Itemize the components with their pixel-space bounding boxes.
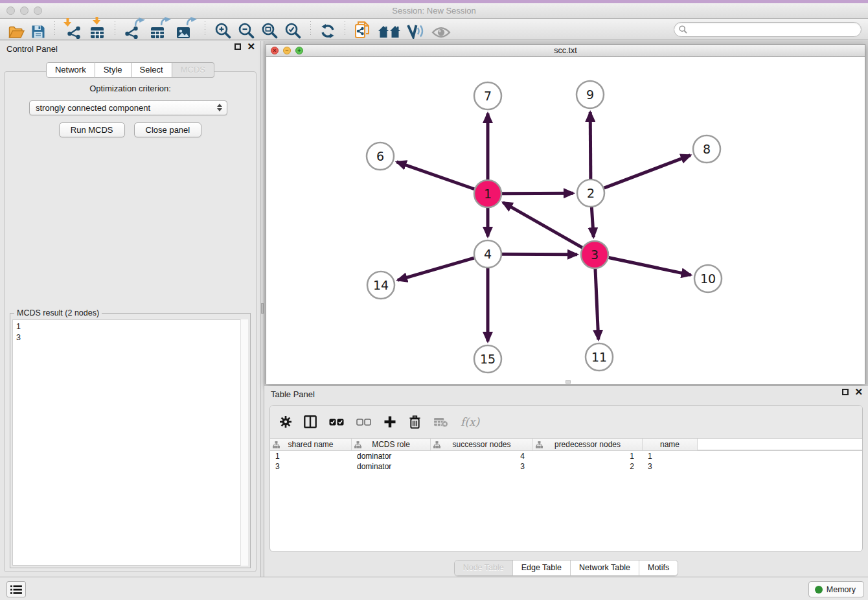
window-controls[interactable] — [6, 6, 42, 15]
float-panel-icon[interactable] — [234, 43, 241, 50]
column-header-name[interactable]: name — [643, 439, 698, 450]
function-builder-icon[interactable]: f(x) — [461, 415, 479, 428]
node-8[interactable]: 8 — [693, 135, 720, 163]
edge-1-2[interactable] — [502, 193, 573, 194]
node-1[interactable]: 1 — [474, 180, 501, 207]
hide-details-eye-icon[interactable] — [431, 19, 451, 39]
cell-successor-nodes[interactable]: 4 — [431, 451, 533, 461]
column-header-MCDS-role[interactable]: MCDS role — [352, 439, 431, 450]
result-scrollbar[interactable] — [240, 319, 248, 566]
node-3[interactable]: 3 — [581, 241, 608, 268]
tab-mcds[interactable]: MCDS — [172, 62, 214, 78]
select-stepper-icon — [217, 104, 222, 111]
delete-table-icon[interactable] — [433, 417, 448, 428]
tab-select[interactable]: Select — [131, 62, 172, 78]
node-15[interactable]: 15 — [474, 345, 501, 373]
graphics-details-icon[interactable] — [407, 19, 425, 39]
zoom-out-icon[interactable] — [238, 19, 255, 39]
search-input[interactable] — [690, 24, 861, 36]
table-row-1[interactable]: 1dominator411 — [270, 451, 862, 461]
mcds-result-title: MCDS result (2 nodes) — [14, 308, 102, 317]
add-column-icon[interactable] — [383, 415, 396, 428]
tab-network[interactable]: Network — [46, 62, 95, 78]
zoom-in-icon[interactable] — [214, 19, 231, 39]
zoom-window-button[interactable] — [34, 6, 42, 15]
node-6[interactable]: 6 — [367, 143, 394, 170]
open-session-icon[interactable] — [8, 19, 25, 39]
delete-column-icon[interactable] — [409, 415, 421, 429]
memory-button[interactable]: Memory — [808, 581, 864, 597]
criterion-select[interactable]: strongly connected component — [29, 100, 227, 115]
float-table-panel-icon[interactable] — [842, 389, 849, 395]
cell-shared-name[interactable]: 3 — [270, 461, 352, 472]
import-table-icon[interactable] — [89, 19, 106, 39]
network-graph[interactable]: 7968124314101511 — [266, 57, 866, 384]
table-row-2[interactable]: 3dominator323 — [270, 461, 862, 472]
node-10[interactable]: 10 — [694, 265, 722, 292]
divider-grip[interactable] — [261, 303, 264, 314]
cell-predecessor-nodes[interactable]: 2 — [533, 461, 643, 472]
zoom-selected-icon[interactable] — [284, 19, 301, 39]
split-panel-icon[interactable] — [304, 415, 317, 428]
tab-node-table[interactable]: Node Table — [455, 560, 513, 575]
network-from-file-icon[interactable] — [354, 19, 372, 39]
mcds-result-text[interactable]: 1 3 — [12, 319, 248, 566]
node-9[interactable]: 9 — [577, 81, 604, 108]
node-14[interactable]: 14 — [367, 271, 394, 299]
table-settings-icon[interactable] — [280, 416, 291, 428]
cell-predecessor-nodes[interactable]: 1 — [533, 451, 643, 461]
column-header-predecessor-nodes[interactable]: predecessor nodes — [533, 439, 643, 450]
edge-3-1[interactable] — [503, 202, 582, 248]
edge-2-8[interactable] — [604, 156, 691, 189]
frame-maximize-icon[interactable]: + — [295, 47, 303, 54]
zoom-fit-icon[interactable] — [261, 19, 278, 39]
edge-2-3[interactable] — [591, 207, 593, 237]
canvas-grip[interactable] — [565, 380, 571, 384]
edge-4-3[interactable] — [502, 254, 577, 255]
export-image-icon[interactable] — [176, 19, 196, 39]
cell-successor-nodes[interactable]: 3 — [431, 461, 533, 472]
close-table-panel-icon[interactable]: ✕ — [854, 389, 863, 395]
edge-3-11[interactable] — [595, 269, 599, 340]
edge-2-9[interactable] — [590, 112, 591, 179]
save-session-icon[interactable] — [31, 19, 45, 39]
node-11[interactable]: 11 — [586, 343, 613, 371]
cell-shared-name[interactable]: 1 — [270, 451, 352, 461]
frame-minimize-icon[interactable]: − — [283, 47, 291, 54]
home-icon[interactable] — [378, 19, 400, 39]
frame-close-icon[interactable]: × — [271, 47, 279, 54]
close-window-button[interactable] — [6, 6, 15, 15]
cell-MCDS-role[interactable]: dominator — [352, 451, 431, 461]
network-canvas[interactable]: 7968124314101511 — [266, 57, 865, 384]
minimize-window-button[interactable] — [20, 6, 29, 15]
select-all-icon[interactable] — [329, 419, 344, 426]
close-panel-button[interactable]: Close panel — [134, 122, 202, 137]
refresh-icon[interactable] — [320, 19, 336, 39]
cell-name[interactable]: 3 — [643, 461, 698, 472]
svg-text:2: 2 — [587, 186, 595, 200]
cell-name[interactable]: 1 — [643, 451, 698, 461]
cell-MCDS-role[interactable]: dominator — [352, 461, 431, 472]
column-header-successor-nodes[interactable]: successor nodes — [431, 439, 533, 450]
run-mcds-button[interactable]: Run MCDS — [59, 122, 125, 137]
deselect-all-icon[interactable] — [356, 419, 371, 426]
tab-style[interactable]: Style — [95, 62, 131, 78]
edge-4-14[interactable] — [398, 258, 474, 280]
close-panel-icon[interactable]: ✕ — [247, 43, 255, 50]
task-history-button[interactable] — [6, 581, 26, 597]
tab-network-table[interactable]: Network Table — [571, 560, 639, 575]
network-frame-titlebar[interactable]: × − + scc.txt — [266, 45, 865, 57]
search-box[interactable] — [674, 22, 862, 37]
node-7[interactable]: 7 — [474, 82, 501, 110]
edge-1-6[interactable] — [396, 162, 474, 189]
export-network-icon[interactable] — [124, 19, 144, 39]
export-table-icon[interactable] — [150, 19, 170, 39]
node-4[interactable]: 4 — [474, 240, 501, 268]
tab-edge-table[interactable]: Edge Table — [513, 560, 571, 575]
edge-3-10[interactable] — [609, 258, 691, 275]
svg-text:8: 8 — [703, 142, 711, 156]
node-2[interactable]: 2 — [577, 179, 604, 207]
column-header-shared-name[interactable]: shared name — [270, 439, 352, 450]
tab-motifs[interactable]: Motifs — [639, 560, 678, 575]
import-network-icon[interactable] — [64, 19, 82, 39]
